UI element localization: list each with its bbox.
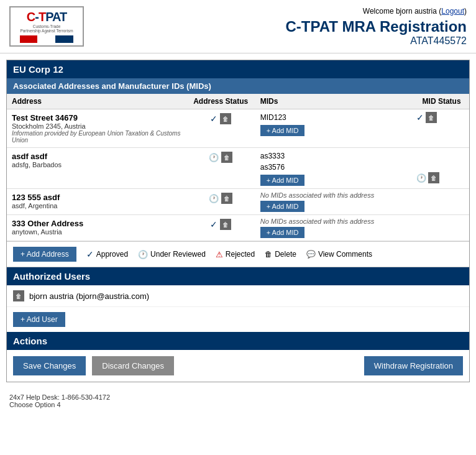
logo-text: C-TPAT: [20, 10, 73, 24]
address-cell-1: Test Street 34679 Stockholm 2345, Austri…: [7, 109, 186, 148]
addresses-section-header: Associated Addresses and Manufacturer ID…: [7, 78, 469, 94]
add-mid-btn-4[interactable]: + Add MID: [260, 227, 305, 238]
mid-entry-2b: as3576: [260, 162, 409, 173]
address-status-cell-1: ✓ 🗑: [186, 109, 255, 148]
withdraw-registration-button[interactable]: Withdraw Registration: [364, 356, 463, 375]
address-detail-1: Stockholm 2345, Austria: [12, 122, 181, 130]
table-row: 123 555 asdf asdf, Argentina 🕐 🗑 No MIDs…: [7, 189, 469, 215]
no-mid-text-3: No MIDs associated with this address: [260, 191, 409, 199]
addresses-table: Address Address Status MIDs MID Status T…: [7, 94, 469, 241]
mid-cell-4: No MIDs associated with this address + A…: [255, 215, 414, 241]
legend-floppy-icon: 🗑: [265, 250, 272, 259]
delete-mid-btn-2b[interactable]: 🗑: [428, 172, 439, 183]
legend-delete: 🗑 Delete: [265, 250, 296, 259]
helpdesk-text: 24x7 Help Desk: 1-866-530-4172: [9, 393, 467, 401]
company-section-header: EU Corp 12: [7, 60, 469, 78]
mid-cell-1: MID123 + Add MID: [255, 109, 414, 148]
delete-address-btn-2[interactable]: 🗑: [221, 152, 232, 163]
legend-under-reviewed: 🕐 Under Reviewed: [138, 250, 206, 259]
user-row-1: 🗑 bjorn austria (bjorn@austria.com): [7, 285, 469, 307]
legend-clock-icon: 🕐: [138, 250, 148, 259]
add-mid-btn-1[interactable]: + Add MID: [260, 125, 305, 136]
authorized-users-section: Authorized Users 🗑 bjorn austria (bjorn@…: [7, 267, 469, 332]
logo-area: C-TPAT Customs-TradePartnership Against …: [9, 6, 96, 47]
under-review-icon-2: 🕐: [209, 153, 219, 162]
welcome-line: Welcome bjorn austria (Logout): [96, 7, 467, 16]
approved-icon-4: ✓: [210, 219, 217, 229]
address-detail-2: adsfg, Barbados: [12, 161, 181, 168]
logo-subtitle: Customs-TradePartnership Against Terrori…: [20, 24, 73, 33]
delete-user-btn-1[interactable]: 🗑: [13, 290, 24, 301]
discard-changes-button[interactable]: Discard Changes: [92, 356, 174, 375]
legend-approved: ✓ Approved: [86, 249, 128, 259]
mid-name-1: MID123: [260, 113, 286, 122]
actions-section: Actions Save Changes Discard Changes Wit…: [7, 332, 469, 382]
actions-title: Actions: [13, 336, 47, 346]
address-cell-2: asdf asdf adsfg, Barbados: [7, 148, 186, 189]
user-display-1: bjorn austria (bjorn@austria.com): [29, 292, 149, 301]
delete-address-btn-4[interactable]: 🗑: [220, 219, 231, 230]
logo-box: C-TPAT Customs-TradePartnership Against …: [9, 6, 84, 47]
mid-status-cell-4: [414, 215, 469, 241]
col-address-status: Address Status: [186, 94, 255, 109]
legend-rejected: ⚠ Rejected: [216, 250, 255, 259]
mid-cell-2: as3333 as3576 + Add MID: [255, 148, 414, 189]
address-name-2: asdf asdf: [12, 152, 181, 161]
mid-approved-icon-1: ✓: [416, 113, 424, 122]
page-header: C-TPAT Customs-TradePartnership Against …: [0, 0, 476, 53]
add-user-button[interactable]: + Add User: [13, 312, 65, 327]
address-info-1: Information provided by European Union T…: [12, 130, 181, 144]
table-row: 333 Other Address anytown, Austria ✓ 🗑 N…: [7, 215, 469, 241]
mid-status-cell-3: [414, 189, 469, 215]
mid-review-icon-2b: 🕐: [416, 173, 426, 183]
save-changes-button[interactable]: Save Changes: [13, 356, 86, 375]
mid-entry-1: MID123: [260, 112, 409, 123]
legend-comments-label: View Comments: [318, 250, 372, 259]
delete-mid-btn-1[interactable]: 🗑: [426, 112, 437, 123]
table-row: asdf asdf adsfg, Barbados 🕐 🗑 as3333 as3…: [7, 148, 469, 189]
legend-delete-label: Delete: [275, 250, 296, 259]
address-name-3: 123 555 asdf: [12, 193, 181, 202]
delete-address-btn-3[interactable]: 🗑: [221, 193, 232, 204]
actions-row: Save Changes Discard Changes Withdraw Re…: [7, 350, 469, 382]
addresses-title: Associated Addresses and Manufacturer ID…: [13, 81, 211, 91]
header-right: Welcome bjorn austria (Logout) C-TPAT MR…: [96, 7, 467, 47]
legend-row: + Add Address ✓ Approved 🕐 Under Reviewe…: [7, 241, 469, 267]
mid-status-none-2a: [416, 150, 419, 160]
address-name-1: Test Street 34679: [12, 113, 181, 122]
col-mid-status: MID Status: [414, 94, 469, 109]
option-text: Choose Option 4: [9, 401, 467, 408]
add-mid-btn-3[interactable]: + Add MID: [260, 201, 305, 212]
app-id: ATAT445572: [96, 35, 467, 47]
address-status-cell-4: ✓ 🗑: [186, 215, 255, 241]
logout-link[interactable]: Logout: [441, 7, 464, 16]
add-user-row: + Add User: [7, 307, 469, 332]
legend-approved-label: Approved: [96, 250, 128, 259]
col-address: Address: [7, 94, 186, 109]
addresses-tbody: Test Street 34679 Stockholm 2345, Austri…: [7, 109, 469, 241]
address-status-cell-3: 🕐 🗑: [186, 189, 255, 215]
add-address-button[interactable]: + Add Address: [13, 247, 76, 262]
under-review-icon-3: 🕐: [209, 194, 219, 203]
main-container: EU Corp 12 Associated Addresses and Manu…: [6, 60, 470, 382]
mid-cell-3: No MIDs associated with this address + A…: [255, 189, 414, 215]
welcome-text: Welcome bjorn austria (: [363, 7, 442, 16]
company-name: EU Corp 12: [13, 64, 63, 75]
address-cell-3: 123 555 asdf asdf, Argentina: [7, 189, 186, 215]
delete-address-btn-1[interactable]: 🗑: [220, 113, 231, 124]
app-title: C-TPAT MRA Registration: [96, 18, 467, 35]
table-row: Test Street 34679 Stockholm 2345, Austri…: [7, 109, 469, 148]
address-detail-3: asdf, Argentina: [12, 202, 181, 209]
mid-name-2a: as3333: [260, 152, 285, 160]
legend-under-reviewed-label: Under Reviewed: [150, 250, 206, 259]
legend-rejected-label: Rejected: [226, 250, 255, 259]
mid-name-2b: as3576: [260, 163, 285, 172]
authorized-users-title: Authorized Users: [13, 271, 90, 282]
add-mid-btn-2[interactable]: + Add MID: [260, 175, 305, 186]
authorized-users-header: Authorized Users: [7, 267, 469, 285]
table-header-row: Address Address Status MIDs MID Status: [7, 94, 469, 109]
actions-header: Actions: [7, 332, 469, 350]
logo-flag: [20, 35, 73, 43]
mid-status-cell-2: 🕐 🗑: [414, 148, 469, 189]
legend-comment-icon: 💬: [306, 250, 316, 259]
